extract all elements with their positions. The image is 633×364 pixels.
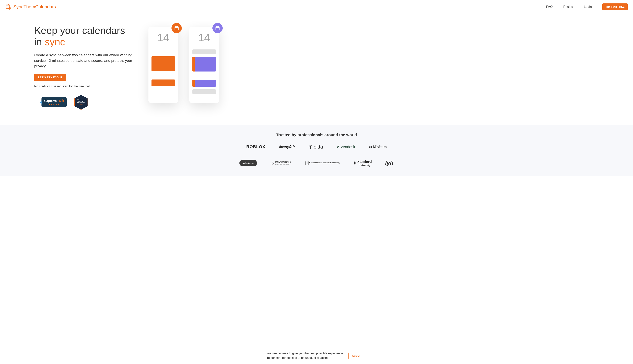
- logo-zendesk: zendesk: [336, 145, 355, 149]
- cal-event-block: [192, 80, 216, 87]
- logo-stanford: Stanford University: [353, 159, 372, 167]
- hero-description: Create a sync between two calendars with…: [34, 52, 137, 69]
- svg-rect-9: [216, 26, 219, 30]
- capterra-badge[interactable]: Capterra 4.9 ★★★★★: [42, 97, 67, 107]
- cal-event-block: [151, 80, 175, 86]
- calendar-icon-purple: [212, 23, 223, 33]
- hero-copy: Keep your calendars in sync Create a syn…: [34, 25, 137, 110]
- svg-line-20: [309, 148, 309, 148]
- logo-salesforce: salesforce: [239, 160, 257, 166]
- capterra-score: 4.9: [59, 99, 64, 103]
- hero-title-line1: Keep your calendars: [34, 25, 125, 36]
- nav-login[interactable]: Login: [584, 5, 592, 9]
- svg-point-22: [271, 162, 272, 162]
- hero-title: Keep your calendars in sync: [34, 25, 137, 48]
- calendar-sync-icon: [5, 4, 12, 10]
- stanford-tree-icon: [353, 161, 356, 165]
- zendesk-icon: [336, 145, 340, 148]
- sa-year: 2022: [80, 104, 83, 105]
- site-header: SyncThemCalendars FAQ Pricing Login TRY …: [0, 0, 633, 14]
- calendar-icon-orange: [171, 23, 182, 33]
- try-free-button[interactable]: TRY FOR FREE: [602, 4, 628, 10]
- capterra-name: Capterra: [44, 99, 57, 103]
- calendar-card-right: 14: [189, 27, 219, 103]
- svg-point-13: [310, 146, 311, 148]
- trusted-title: Trusted by professionals around the worl…: [4, 132, 629, 137]
- calendar-card-left: 14: [148, 27, 178, 103]
- capterra-arrow-icon: [40, 101, 42, 104]
- logo-medium-text: Medium: [373, 145, 387, 149]
- customer-logos: ROBLOX ✱wayfair okta zendesk ●◗ Medium s…: [233, 144, 400, 167]
- hero-title-line2-prefix: in: [34, 36, 45, 47]
- logo[interactable]: SyncThemCalendars: [5, 4, 56, 10]
- sa-title: FRONT RUNNERS: [75, 100, 88, 104]
- logo-zendesk-text: zendesk: [341, 145, 355, 149]
- logo-lyft: lyft: [385, 160, 394, 166]
- logo-roblox: ROBLOX: [246, 144, 265, 149]
- logo-okta: okta: [308, 144, 323, 150]
- logo-okta-text: okta: [314, 144, 323, 150]
- svg-line-21: [311, 146, 312, 146]
- lets-try-button[interactable]: LET'S TRY IT OUT: [34, 74, 66, 81]
- main-nav: FAQ Pricing Login TRY FOR FREE: [546, 4, 628, 10]
- capterra-stars: ★★★★★: [48, 103, 60, 106]
- svg-line-19: [311, 148, 312, 148]
- hero-title-accent: sync: [45, 36, 65, 47]
- nav-pricing[interactable]: Pricing: [563, 5, 573, 9]
- nav-faq[interactable]: FAQ: [546, 5, 553, 9]
- wikimedia-icon: [270, 161, 274, 165]
- sun-icon: [308, 145, 312, 149]
- logo-mit: |||i|' Massachusetts Institute of Techno…: [305, 161, 340, 165]
- award-badges: Capterra 4.9 ★★★★★ Software Advice FRONT…: [34, 95, 95, 110]
- cal-event-block: [151, 56, 175, 71]
- svg-rect-5: [175, 26, 179, 30]
- svg-rect-0: [6, 5, 10, 8]
- medium-dots-icon: ●◗: [369, 145, 372, 149]
- svg-line-18: [309, 146, 309, 146]
- logo-wikimedia-text: WIKIMEDIA: [275, 161, 291, 164]
- hero-illustration: 14 14: [148, 25, 219, 103]
- logo-medium: ●◗ Medium: [369, 145, 387, 149]
- brand-name: SyncThemCalendars: [13, 4, 56, 10]
- logo-wikimedia: WIKIMEDIA FOUNDATION: [270, 161, 291, 166]
- software-advice-badge[interactable]: Software Advice FRONT RUNNERS 2022: [74, 95, 88, 110]
- logo-stanford-sub: University: [358, 164, 372, 167]
- cal-event-block: [192, 50, 216, 54]
- hero-note: No credit card is required for the free …: [34, 85, 137, 88]
- calendar-day-left: 14: [151, 32, 175, 44]
- trusted-section: Trusted by professionals around the worl…: [0, 125, 633, 176]
- hero-section: Keep your calendars in sync Create a syn…: [0, 14, 633, 125]
- cal-event-block: [192, 90, 216, 94]
- calendar-day-right: 14: [192, 32, 216, 44]
- logo-mit-sub: Massachusetts Institute of Technology: [311, 162, 340, 164]
- logo-wayfair: ✱wayfair: [279, 144, 295, 149]
- logo-salesforce-text: salesforce: [239, 160, 257, 166]
- cal-event-block: [192, 57, 216, 72]
- logo-wikimedia-sub: FOUNDATION: [275, 164, 291, 166]
- logo-stanford-text: Stanford: [358, 159, 372, 164]
